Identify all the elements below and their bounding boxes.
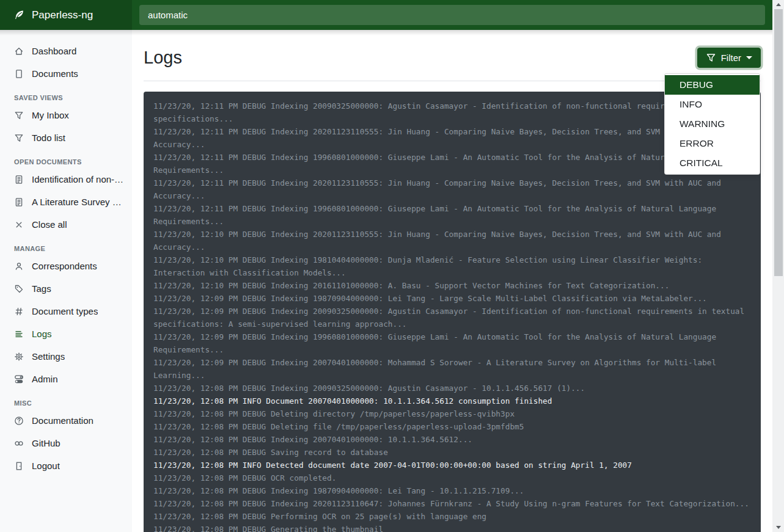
sidebar-item-close-all[interactable]: Close all bbox=[0, 213, 132, 236]
log-line: 11/23/20, 12:09 PM DEBUG Indexing 200903… bbox=[153, 305, 751, 330]
caret-down-icon bbox=[746, 56, 752, 59]
sidebar-item-label: My Inbox bbox=[32, 110, 69, 120]
log-line: 11/23/20, 12:11 PM DEBUG Indexing 199608… bbox=[153, 151, 751, 177]
house-icon bbox=[14, 46, 24, 56]
sidebar-section-header-misc: MISC bbox=[14, 399, 132, 407]
log-line: 11/23/20, 12:09 PM DEBUG Indexing 199608… bbox=[153, 330, 751, 356]
log-line: 11/23/20, 12:08 PM DEBUG Indexing 198709… bbox=[153, 484, 751, 497]
sidebar-item-label: Dashboard bbox=[32, 46, 76, 56]
navbar-shadow bbox=[0, 30, 772, 35]
main-content: Logs Filter DEBUGINFOWARNINGERRORCRITICA… bbox=[132, 30, 772, 532]
filter-option-error[interactable]: ERROR bbox=[665, 134, 760, 153]
sidebar-item-label: Tags bbox=[32, 283, 51, 294]
sidebar-item-admin[interactable]: Admin bbox=[0, 368, 132, 390]
sidebar-item-label: A Literature Survey on ... bbox=[32, 197, 126, 207]
log-line: 11/23/20, 12:08 PM DEBUG OCR completed. bbox=[153, 472, 751, 484]
brand[interactable]: Paperless-ng bbox=[0, 0, 132, 30]
filter-option-info[interactable]: INFO bbox=[665, 95, 760, 114]
scrollbar-down-arrow[interactable] bbox=[772, 523, 784, 532]
log-line: 11/23/20, 12:10 PM DEBUG Indexing 198104… bbox=[153, 253, 751, 279]
sidebar-item-label: Settings bbox=[32, 351, 65, 362]
list-icon bbox=[14, 329, 24, 339]
log-line: 11/23/20, 12:09 PM DEBUG Indexing 200704… bbox=[153, 356, 751, 382]
search-bar bbox=[132, 5, 772, 25]
sidebar-item-a-literature-survey-on[interactable]: A Literature Survey on ... bbox=[0, 191, 132, 213]
file-icon bbox=[14, 69, 24, 79]
scrollbar-up-arrow[interactable] bbox=[772, 0, 784, 9]
filter-option-debug[interactable]: DEBUG bbox=[665, 75, 760, 95]
search-input[interactable] bbox=[139, 5, 765, 25]
log-line: 11/23/20, 12:11 PM DEBUG Indexing 202011… bbox=[153, 125, 751, 151]
sidebar-item-documentation[interactable]: Documentation bbox=[0, 409, 132, 432]
log-line: 11/23/20, 12:08 PM DEBUG Indexing 202011… bbox=[153, 497, 751, 510]
sidebar-item-logs[interactable]: Logs bbox=[0, 322, 132, 345]
file-text-icon bbox=[14, 175, 24, 184]
log-line: 11/23/20, 12:08 PM INFO Detected documen… bbox=[153, 459, 751, 472]
sidebar-item-label: Document types bbox=[32, 306, 98, 316]
log-line: 11/23/20, 12:09 PM DEBUG Indexing 198709… bbox=[153, 292, 751, 305]
sidebar-item-label: Logout bbox=[32, 461, 60, 471]
sidebar-item-label: Admin bbox=[32, 374, 58, 384]
funnel-icon bbox=[14, 133, 24, 143]
log-line: 11/23/20, 12:11 PM DEBUG Indexing 200903… bbox=[153, 100, 751, 125]
tag-icon bbox=[14, 284, 24, 294]
log-line: 11/23/20, 12:08 PM DEBUG Indexing 200903… bbox=[153, 382, 751, 395]
funnel-icon bbox=[706, 53, 716, 63]
filter-option-critical[interactable]: CRITICAL bbox=[665, 153, 760, 173]
link-icon bbox=[14, 439, 24, 448]
sidebar-item-documents[interactable]: Documents bbox=[0, 62, 132, 85]
brand-title: Paperless-ng bbox=[32, 9, 93, 21]
file-text-icon bbox=[14, 197, 24, 207]
sidebar-item-correspondents[interactable]: Correspondents bbox=[0, 255, 132, 277]
scrollbar-thumb[interactable] bbox=[774, 9, 783, 276]
log-line: 11/23/20, 12:08 PM INFO Document 2007040… bbox=[153, 395, 751, 407]
sidebar-item-tags[interactable]: Tags bbox=[0, 277, 132, 300]
sidebar-item-document-types[interactable]: Document types bbox=[0, 300, 132, 322]
log-line: 11/23/20, 12:08 PM DEBUG Saving record t… bbox=[153, 446, 751, 459]
hash-icon bbox=[14, 307, 24, 316]
sidebar-item-label: GitHub bbox=[32, 438, 60, 448]
gear-icon bbox=[14, 352, 24, 362]
sidebar-item-settings[interactable]: Settings bbox=[0, 345, 132, 368]
page-scrollbar[interactable] bbox=[772, 0, 784, 532]
funnel-icon bbox=[14, 111, 24, 120]
sidebar-item-dashboard[interactable]: Dashboard bbox=[0, 40, 132, 62]
filter-button-label: Filter bbox=[721, 53, 741, 63]
sidebar-item-label: Close all bbox=[32, 219, 67, 230]
sidebar-item-github[interactable]: GitHub bbox=[0, 432, 132, 454]
sidebar-item-label: Documentation bbox=[32, 415, 93, 426]
sidebar-item-label: Todo list bbox=[32, 133, 65, 143]
sidebar-item-label: Identification of non-fu... bbox=[32, 174, 126, 184]
sidebar-item-todo-list[interactable]: Todo list bbox=[0, 126, 132, 149]
sidebar-item-label: Logs bbox=[32, 329, 52, 339]
sidebar-item-label: Documents bbox=[32, 68, 78, 79]
sidebar-section-header-manage: MANAGE bbox=[14, 245, 132, 252]
top-navbar: Paperless-ng bbox=[0, 0, 772, 30]
sidebar-item-logout[interactable]: Logout bbox=[0, 454, 132, 477]
sidebar-section-header-saved-views: SAVED VIEWS bbox=[14, 94, 132, 101]
sidebar-section-header-open-documents: OPEN DOCUMENTS bbox=[14, 158, 132, 166]
log-line: 11/23/20, 12:10 PM DEBUG Indexing 202011… bbox=[153, 228, 751, 253]
person-icon bbox=[14, 261, 24, 271]
filter-dropdown: DEBUGINFOWARNINGERRORCRITICAL bbox=[664, 73, 760, 175]
question-circle-icon bbox=[14, 416, 24, 426]
log-line: 11/23/20, 12:08 PM DEBUG Deleting direct… bbox=[153, 407, 751, 420]
log-line: 11/23/20, 12:08 PM DEBUG Indexing 200704… bbox=[153, 433, 751, 446]
filter-button[interactable]: Filter bbox=[697, 48, 761, 68]
log-line: 11/23/20, 12:11 PM DEBUG Indexing 199608… bbox=[153, 202, 751, 228]
page-title: Logs bbox=[144, 48, 182, 68]
door-icon bbox=[14, 461, 24, 471]
log-line: 11/23/20, 12:11 PM DEBUG Indexing 202011… bbox=[153, 177, 751, 202]
filter-option-warning[interactable]: WARNING bbox=[665, 114, 760, 134]
log-line: 11/23/20, 12:08 PM DEBUG Deleting file /… bbox=[153, 420, 751, 433]
x-icon bbox=[14, 220, 24, 230]
log-line: 11/23/20, 12:08 PM DEBUG Generating the … bbox=[153, 523, 751, 532]
log-line: 11/23/20, 12:10 PM DEBUG Indexing 201611… bbox=[153, 279, 751, 292]
toggles-icon bbox=[14, 374, 24, 384]
sidebar-item-identification-of-non-fu[interactable]: Identification of non-fu... bbox=[0, 168, 132, 191]
sidebar-item-my-inbox[interactable]: My Inbox bbox=[0, 104, 132, 126]
sidebar: DashboardDocumentsSAVED VIEWSMy InboxTod… bbox=[0, 30, 132, 532]
log-line: 11/23/20, 12:08 PM DEBUG Performing OCR … bbox=[153, 510, 751, 523]
leaf-logo-icon bbox=[13, 9, 25, 21]
sidebar-item-label: Correspondents bbox=[32, 261, 97, 271]
